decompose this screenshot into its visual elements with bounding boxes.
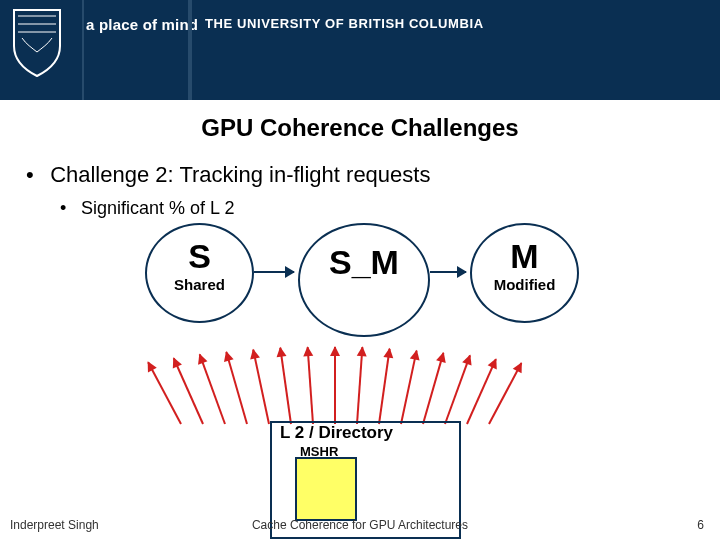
state-modified: M Modified bbox=[470, 223, 579, 323]
state-m-sub: Modified bbox=[472, 277, 577, 292]
request-arrow-icon bbox=[307, 347, 314, 424]
bullet-level-1: • Challenge 2: Tracking in-flight reques… bbox=[26, 162, 720, 188]
header-divider-2 bbox=[188, 0, 192, 100]
header-divider bbox=[82, 0, 84, 100]
state-s-label: S bbox=[147, 239, 252, 273]
request-arrow-icon bbox=[356, 347, 363, 424]
request-arrow-icon bbox=[378, 349, 391, 425]
mshr-box bbox=[295, 457, 357, 521]
state-diagram: S Shared S_M M Modified L 2 / Directory … bbox=[0, 219, 720, 519]
request-arrow-icon bbox=[225, 352, 248, 425]
mshr-label: MSHR bbox=[300, 444, 338, 459]
directory-label: L 2 / Directory bbox=[280, 423, 393, 443]
state-m-label: M bbox=[472, 239, 577, 273]
header-bar: a place of mind THE UNIVERSITY OF BRITIS… bbox=[0, 0, 720, 100]
tagline: a place of mind bbox=[86, 16, 198, 33]
request-arrow-icon bbox=[488, 363, 522, 425]
request-arrow-icon bbox=[444, 355, 471, 424]
request-arrow-icon bbox=[147, 362, 182, 425]
request-arrow-icon bbox=[252, 349, 270, 424]
bullet-2-text: Significant % of L 2 bbox=[81, 198, 234, 218]
request-arrow-icon bbox=[400, 350, 418, 424]
request-arrow-icon bbox=[199, 354, 226, 424]
university-name: THE UNIVERSITY OF BRITISH COLUMBIA bbox=[205, 16, 484, 31]
bullet-level-2: • Significant % of L 2 bbox=[60, 198, 720, 219]
state-shared: S Shared bbox=[145, 223, 254, 323]
arrow-sm-to-m bbox=[430, 271, 466, 273]
request-arrow-icon bbox=[422, 353, 444, 425]
ubc-crest-icon bbox=[10, 8, 64, 78]
arrow-s-to-sm bbox=[254, 271, 294, 273]
bullet-dot-icon: • bbox=[60, 198, 76, 219]
request-arrow-icon bbox=[334, 347, 336, 424]
request-arrow-icon bbox=[279, 348, 292, 425]
bullet-1-text: Challenge 2: Tracking in-flight requests bbox=[50, 162, 430, 187]
request-arrows bbox=[170, 344, 490, 424]
state-s-to-m: S_M bbox=[298, 223, 430, 337]
state-s-sub: Shared bbox=[147, 277, 252, 292]
footer-title: Cache Coherence for GPU Architectures bbox=[0, 518, 720, 532]
slide-title: GPU Coherence Challenges bbox=[0, 114, 720, 142]
state-sm-label: S_M bbox=[300, 245, 428, 279]
bullet-dot-icon: • bbox=[26, 162, 44, 188]
footer-page: 6 bbox=[697, 518, 704, 532]
